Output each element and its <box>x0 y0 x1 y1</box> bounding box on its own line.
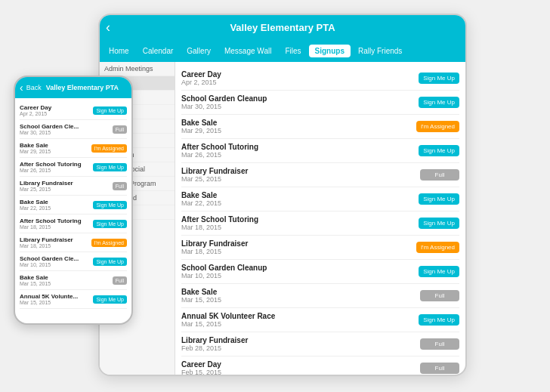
phone-full-button[interactable]: Full <box>113 125 127 134</box>
signup-button[interactable]: Sign Me Up <box>419 266 459 277</box>
table-row: Bake Sale Mar 29, 2015 I'm Assigned <box>181 115 459 139</box>
nav-home[interactable]: Home <box>103 45 135 57</box>
table-row: Library Fundraiser Mar 18, 2015 I'm Assi… <box>181 236 459 260</box>
phone-back-icon[interactable]: ‹ <box>20 82 23 94</box>
table-row: Career Day Apr 2, 2015 Sign Me Up <box>181 66 459 91</box>
full-button[interactable]: Full <box>420 363 459 374</box>
phone-signup-button[interactable]: Sign Me Up <box>93 201 127 209</box>
sidebar-admin-meetings[interactable]: Admin Meetings <box>100 62 175 76</box>
list-item: School Garden Cle... Mar 30, 2015 Full <box>20 120 127 139</box>
full-button[interactable]: Full <box>420 169 459 181</box>
table-row: After School Tutoring Mar 26, 2015 Sign … <box>181 139 459 163</box>
list-item: After School Tutoring Mar 26, 2015 Sign … <box>20 158 127 177</box>
signup-button[interactable]: Sign Me Up <box>419 73 459 84</box>
phone-assigned-button[interactable]: I'm Assigned <box>91 239 127 247</box>
signup-button[interactable]: Sign Me Up <box>419 97 459 108</box>
list-item: Bake Sale Mar 29, 2015 I'm Assigned <box>20 139 127 158</box>
nav-message-wall[interactable]: Message Wall <box>218 45 277 57</box>
list-item: Career Day Apr 2, 2015 Sign Me Up <box>20 101 127 120</box>
list-item: Bake Sale Mar 15, 2015 Full <box>20 271 127 290</box>
phone-signup-button[interactable]: Sign Me Up <box>93 258 127 266</box>
nav-gallery[interactable]: Gallery <box>181 45 217 57</box>
nav-files[interactable]: Files <box>279 45 307 57</box>
signup-button[interactable]: Sign Me Up <box>419 218 459 229</box>
assigned-button[interactable]: I'm Assigned <box>416 121 459 132</box>
table-row: Library Fundraiser Mar 25, 2015 Full <box>181 163 459 187</box>
tablet-nav: Home Calendar Gallery Message Wall Files… <box>100 39 465 62</box>
list-item: After School Tutoring Mar 18, 2015 Sign … <box>20 215 127 233</box>
phone-signup-button[interactable]: Sign Me Up <box>93 220 127 228</box>
tablet-main: Career Day Apr 2, 2015 Sign Me Up School… <box>175 62 465 375</box>
phone-signup-button[interactable]: Sign Me Up <box>93 163 127 171</box>
phone-full-button[interactable]: Full <box>113 276 127 285</box>
nav-signups[interactable]: Signups <box>309 45 351 57</box>
table-row: Library Fundraiser Feb 28, 2015 Full <box>181 332 459 357</box>
table-row: Annual 5K Volunteer Race Mar 15, 2015 Si… <box>181 308 459 332</box>
table-row: After School Tutoring Mar 18, 2015 Sign … <box>181 211 459 236</box>
list-item: Library Fundraiser Mar 18, 2015 I'm Assi… <box>20 233 127 252</box>
nav-calendar[interactable]: Calendar <box>137 45 180 57</box>
full-button[interactable]: Full <box>420 338 459 350</box>
phone-full-button[interactable]: Full <box>113 182 127 190</box>
tablet-title: Valley Elementary PTA <box>230 22 335 33</box>
table-row: School Garden Cleanup Mar 10, 2015 Sign … <box>181 260 459 284</box>
list-item: Annual 5K Volunte... Mar 15, 2015 Sign M… <box>20 290 127 309</box>
phone-signup-button[interactable]: Sign Me Up <box>93 106 127 115</box>
signup-button[interactable]: Sign Me Up <box>419 314 459 326</box>
phone-signup-button[interactable]: Sign Me Up <box>93 295 127 304</box>
phone-content: Career Day Apr 2, 2015 Sign Me Up School… <box>15 98 131 323</box>
phone-title: Valley Elementary PTA <box>46 84 119 91</box>
table-row: Career Day Feb 15, 2015 Full <box>181 357 459 375</box>
assigned-button[interactable]: I'm Assigned <box>416 242 459 253</box>
tablet-header: ‹ Valley Elementary PTA <box>100 15 465 39</box>
list-item: School Garden Cle... Mar 10, 2015 Sign M… <box>20 252 127 271</box>
full-button[interactable]: Full <box>420 290 459 301</box>
table-row: Bake Sale Mar 22, 2015 Sign Me Up <box>181 187 459 211</box>
tablet-content: Admin Meetings ates ling ferences ngs so… <box>100 62 465 375</box>
phone-back-label[interactable]: Back <box>26 84 42 91</box>
list-item: Library Fundraiser Mar 25, 2015 Full <box>20 177 127 196</box>
tablet-back-icon[interactable]: ‹ <box>106 20 110 35</box>
scene: ‹ Valley Elementary PTA Home Calendar Ga… <box>0 0 550 392</box>
phone-assigned-button[interactable]: I'm Assigned <box>91 144 127 153</box>
phone: ‹ Back Valley Elementary PTA Career Day … <box>14 76 133 325</box>
tablet: ‹ Valley Elementary PTA Home Calendar Ga… <box>98 14 467 376</box>
phone-header: ‹ Back Valley Elementary PTA <box>15 77 131 98</box>
table-row: School Garden Cleanup Mar 30, 2015 Sign … <box>181 91 459 115</box>
nav-rally-friends[interactable]: Rally Friends <box>352 45 408 57</box>
list-item: Bake Sale Mar 22, 2015 Sign Me Up <box>20 196 127 215</box>
table-row: Bake Sale Mar 15, 2015 Full <box>181 284 459 308</box>
signup-button[interactable]: Sign Me Up <box>419 193 459 205</box>
signup-button[interactable]: Sign Me Up <box>419 145 459 156</box>
